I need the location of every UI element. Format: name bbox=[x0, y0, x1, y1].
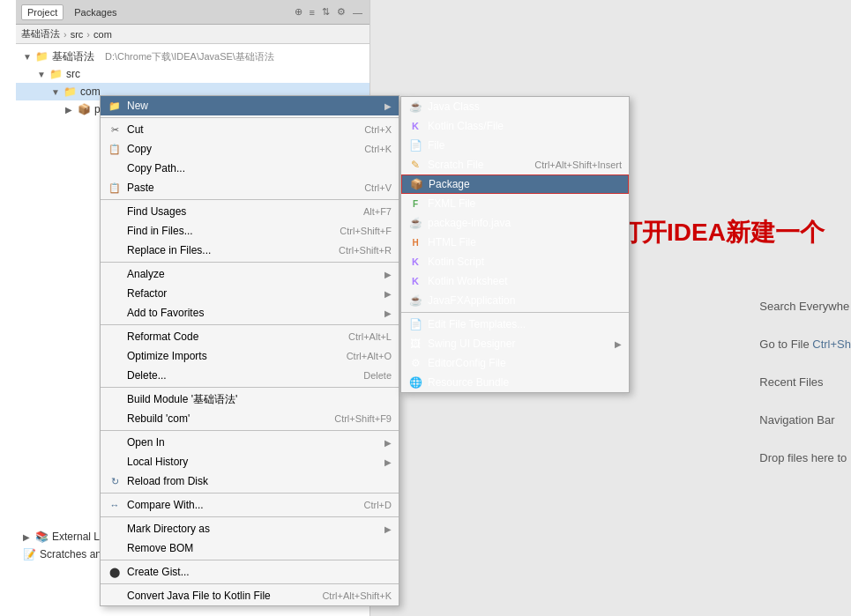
ctx-remove-bom[interactable]: Remove BOM bbox=[101, 538, 399, 558]
ctx-delete-label: Delete... bbox=[127, 369, 358, 382]
javafx-icon: ☕ bbox=[408, 294, 422, 307]
ctx-optimize[interactable]: Optimize Imports Ctrl+Alt+O bbox=[101, 346, 399, 366]
quick-goto-file: Go to File Ctrl+Sh bbox=[759, 338, 851, 351]
sub-res-bundle-label: Resource Bundle bbox=[428, 376, 622, 389]
sub-kotlin-script[interactable]: K Kotlin Script bbox=[401, 252, 629, 271]
sub-javafx[interactable]: ☕ JavaFXApplication bbox=[401, 291, 629, 310]
tree-item-root[interactable]: ▼ 📁 基础语法 D:\Chrome下载\IDEA\JavaSE\基础语法 bbox=[16, 48, 370, 65]
ctx-history-arrow: ▶ bbox=[384, 457, 392, 467]
ctx-find-usages-shortcut: Alt+F7 bbox=[363, 206, 392, 217]
ctx-sep-1 bbox=[101, 117, 399, 118]
annotation-text: 打开IDEA新建一个 bbox=[617, 216, 825, 249]
breadcrumb-item-1[interactable]: 基础语法 bbox=[21, 27, 60, 41]
ctx-favorites[interactable]: Add to Favorites ▶ bbox=[101, 303, 399, 323]
ctx-reformat-shortcut: Ctrl+Alt+L bbox=[348, 331, 392, 342]
submenu-new: ☕ Java Class K Kotlin Class/File 📄 File … bbox=[400, 96, 630, 393]
sub-file[interactable]: 📄 File bbox=[401, 136, 629, 155]
ctx-cut-label: Cut bbox=[127, 123, 359, 136]
ctx-delete[interactable]: Delete... Delete bbox=[101, 366, 399, 385]
ctx-find-usages[interactable]: Find Usages Alt+F7 bbox=[101, 202, 399, 221]
ctx-analyze-label: Analyze bbox=[127, 268, 376, 280]
ctx-refactor[interactable]: Refactor ▶ bbox=[101, 284, 399, 303]
arrow-com: ▼ bbox=[51, 87, 60, 97]
scratch-icon: 📝 bbox=[23, 548, 36, 560]
ctx-new[interactable]: 📁 New ▶ ☕ Java Class K Kotlin Class/File… bbox=[101, 96, 399, 115]
swing-icon: 🖼 bbox=[408, 338, 422, 350]
ctx-open-in[interactable]: Open In ▶ bbox=[101, 433, 399, 452]
sub-ks-label: Kotlin Script bbox=[428, 256, 622, 268]
lib-icon: 📚 bbox=[35, 531, 49, 543]
sub-scratch[interactable]: ✎ Scratch File Ctrl+Alt+Shift+Insert bbox=[401, 155, 629, 174]
sub-package[interactable]: 📦 Package bbox=[401, 174, 629, 194]
ctx-reload[interactable]: ↻ Reload from Disk bbox=[101, 471, 399, 491]
ctx-convert-kotlin-label: Convert Java File to Kotlin File bbox=[127, 590, 317, 602]
quick-search: Search Everywhe bbox=[759, 300, 851, 313]
arrow-p: ▶ bbox=[65, 105, 74, 115]
panel-icon-menu[interactable]: ≡ bbox=[308, 6, 317, 19]
ctx-rebuild-shortcut: Ctrl+Shift+F9 bbox=[334, 413, 392, 424]
breadcrumb-item-3[interactable]: com bbox=[93, 29, 112, 40]
ctx-replace-files[interactable]: Replace in Files... Ctrl+Shift+R bbox=[101, 241, 399, 260]
panel-icon-settings[interactable]: ⚙ bbox=[335, 5, 347, 19]
ctx-copy-path[interactable]: Copy Path... bbox=[101, 159, 399, 178]
ctx-convert-kotlin[interactable]: Convert Java File to Kotlin File Ctrl+Al… bbox=[101, 586, 399, 605]
sub-java-class[interactable]: ☕ Java Class bbox=[401, 97, 629, 116]
panel-icon-add[interactable]: ⊕ bbox=[293, 5, 304, 19]
folder-icon-root: 📁 bbox=[35, 50, 49, 63]
ctx-open-in-arrow: ▶ bbox=[384, 438, 392, 448]
sub-package-info[interactable]: ☕ package-info.java bbox=[401, 213, 629, 233]
ctx-copy[interactable]: 📋 Copy Ctrl+K bbox=[101, 139, 399, 159]
sub-edit-templates[interactable]: 📄 Edit File Templates... bbox=[401, 315, 629, 334]
sub-fxml[interactable]: F FXML File bbox=[401, 194, 629, 213]
ctx-refactor-label: Refactor bbox=[127, 287, 376, 300]
kw-icon: K bbox=[408, 276, 422, 286]
context-menu: 📁 New ▶ ☕ Java Class K Kotlin Class/File… bbox=[100, 95, 399, 606]
sub-kotlin-class[interactable]: K Kotlin Class/File bbox=[401, 116, 629, 136]
fxml-icon: F bbox=[408, 199, 422, 209]
ctx-paste-shortcut: Ctrl+V bbox=[364, 182, 392, 193]
sub-html[interactable]: H HTML File bbox=[401, 233, 629, 252]
package-menu-icon: 📦 bbox=[409, 178, 423, 190]
ctx-sep-10 bbox=[101, 583, 399, 584]
sub-html-label: HTML File bbox=[428, 236, 622, 249]
sub-resource-bundle[interactable]: 🌐 Resource Bundle bbox=[401, 373, 629, 392]
sub-javafx-label: JavaFXApplication bbox=[428, 294, 622, 307]
ctx-rebuild[interactable]: Rebuild 'com' Ctrl+Shift+F9 bbox=[101, 409, 399, 428]
swing-arrow: ▶ bbox=[615, 339, 622, 349]
panel-icon-sort[interactable]: ⇅ bbox=[320, 5, 332, 19]
sub-editorconfig-label: EditorConfig File bbox=[428, 357, 622, 369]
ctx-local-history[interactable]: Local History ▶ bbox=[101, 452, 399, 471]
arrow-src: ▼ bbox=[37, 70, 46, 79]
tree-item-src[interactable]: ▼ 📁 src bbox=[16, 65, 370, 83]
ctx-sep-5 bbox=[101, 387, 399, 388]
ctx-build-module[interactable]: Build Module '基础语法' bbox=[101, 390, 399, 409]
ctx-history-label: Local History bbox=[127, 456, 376, 468]
ctx-remove-bom-label: Remove BOM bbox=[127, 542, 392, 554]
arrow-ext: ▶ bbox=[23, 532, 32, 542]
ctx-favorites-label: Add to Favorites bbox=[127, 307, 376, 319]
ctx-compare[interactable]: ↔ Compare With... Ctrl+D bbox=[101, 495, 399, 515]
sub-swing-ui[interactable]: 🖼 Swing UI Designer ▶ bbox=[401, 334, 629, 353]
breadcrumb-item-2[interactable]: src bbox=[71, 29, 84, 40]
ctx-replace-files-label: Replace in Files... bbox=[127, 244, 333, 256]
tab-project[interactable]: Project bbox=[21, 4, 63, 20]
folder-icon-com: 📁 bbox=[63, 85, 77, 98]
ctx-reformat[interactable]: Reformat Code Ctrl+Alt+L bbox=[101, 327, 399, 346]
file-icon: 📄 bbox=[408, 139, 422, 152]
ctx-analyze[interactable]: Analyze ▶ bbox=[101, 264, 399, 284]
ctx-sep-3 bbox=[101, 262, 399, 263]
panel-icon-minimize[interactable]: — bbox=[351, 6, 364, 19]
ctx-paste[interactable]: 📋 Paste Ctrl+V bbox=[101, 178, 399, 197]
ctx-mark-dir[interactable]: Mark Directory as ▶ bbox=[101, 519, 399, 538]
reload-icon: ↻ bbox=[108, 476, 122, 487]
sub-kotlin-worksheet[interactable]: K Kotlin Worksheet bbox=[401, 271, 629, 291]
ctx-gist[interactable]: ⬤ Create Gist... bbox=[101, 562, 399, 582]
ctx-find-files[interactable]: Find in Files... Ctrl+Shift+F bbox=[101, 221, 399, 241]
scratch-file-icon: ✎ bbox=[408, 159, 422, 171]
breadcrumb-sep-2: › bbox=[86, 29, 90, 40]
editorconfig-icon: ⚙ bbox=[408, 357, 422, 369]
tab-packages[interactable]: Packages bbox=[69, 5, 122, 19]
ks-icon: K bbox=[408, 256, 422, 267]
ctx-cut[interactable]: ✂ Cut Ctrl+X bbox=[101, 120, 399, 139]
sub-editorconfig[interactable]: ⚙ EditorConfig File bbox=[401, 353, 629, 373]
